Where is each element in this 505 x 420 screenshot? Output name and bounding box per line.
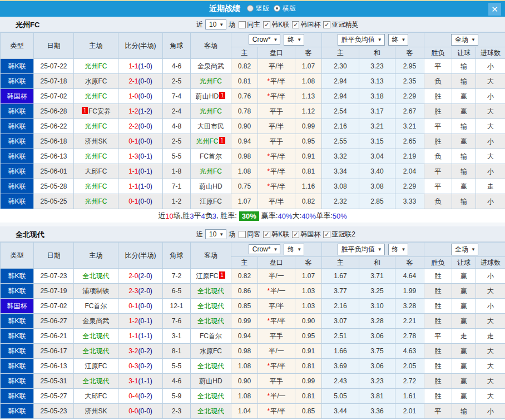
team-label: 光州FC — [85, 152, 107, 160]
bookmaker-select[interactable]: Crow*▼ — [249, 34, 281, 45]
summary-segment: 近 — [158, 211, 165, 221]
column-header-sub: 胜负 — [424, 257, 452, 269]
away-team: 蔚山HD — [191, 374, 231, 389]
corner-count: 3-1 — [163, 329, 191, 344]
goals-outcome: 大 — [476, 359, 505, 374]
team-label: FC首尔 — [200, 152, 222, 160]
rank-badge: 1 — [219, 137, 225, 144]
match-count-select[interactable]: 10▼ — [205, 19, 226, 29]
asian-home-odds: 0.82 — [231, 59, 258, 74]
scope-select[interactable]: 全场▼ — [451, 244, 478, 255]
euro-draw-odds: 3.75 — [359, 344, 395, 359]
league-type-badge: 韩K联 — [1, 374, 34, 389]
euro-away-odds: 3.21 — [395, 119, 424, 134]
home-team: 江原FC — [74, 359, 118, 374]
handicap-outcome: 输 — [452, 149, 476, 164]
match-row: 韩K联25-06-22光州FC2-2(0-0)4-8大田市民0.90平/半0.9… — [1, 119, 505, 134]
euro-away-odds: 2.35 — [395, 74, 424, 89]
checkbox-label: 同主 — [247, 20, 260, 29]
euro-away-odds: 2.04 — [395, 164, 424, 179]
column-header-main: 角球 — [163, 33, 191, 59]
scope-select[interactable]: 全场▼ — [451, 34, 478, 46]
match-score: 2-2(0-0) — [118, 119, 163, 134]
asian-away-odds: 1.03 — [295, 284, 322, 299]
layout-radio-horizontal[interactable]: 横版 — [274, 4, 296, 13]
match-row: 韩K联25-05-25光州FC0-1(0-0)1-2江原FC1.07平/半0.8… — [1, 194, 505, 209]
result-outcome: 平 — [424, 119, 452, 134]
asian-away-odds: 0.90 — [295, 314, 322, 329]
match-score: 3-2(0-2) — [118, 344, 163, 359]
close-button[interactable]: ✕ — [488, 3, 501, 16]
goals-outcome: 大 — [476, 149, 505, 164]
asian-period-select[interactable]: 终▼ — [284, 34, 304, 46]
result-outcome: 平 — [424, 164, 452, 179]
euro-home-odds: 3.32 — [322, 149, 359, 164]
bookmaker-select[interactable]: Crow*▼ — [249, 244, 281, 254]
euro-away-odds: 3.28 — [395, 299, 424, 314]
asian-away-odds: 1.03 — [295, 299, 322, 314]
league-filter-checkbox[interactable]: ✓韩国杯 — [292, 20, 320, 29]
euro-metric-select[interactable]: 胜平负均值▼ — [338, 244, 385, 255]
goals-outcome: 大 — [476, 119, 505, 134]
handicap-outcome: 赢 — [452, 269, 476, 284]
checkbox-checked-icon: ✓ — [323, 21, 330, 28]
league-filter-checkbox[interactable]: ✓亚冠精英 — [323, 20, 358, 29]
result-outcome: 平 — [424, 404, 452, 419]
home-team: 大邱FC — [74, 389, 118, 404]
home-team: 光州FC — [74, 119, 118, 134]
column-header-main: 类型 — [1, 33, 34, 59]
euro-draw-odds: 2.85 — [359, 194, 395, 209]
asian-home-odds: 1.08 — [231, 164, 258, 179]
league-filter-checkbox[interactable]: ✓亚冠联2 — [323, 230, 355, 239]
euro-period-select[interactable]: 终▼ — [388, 34, 409, 46]
asian-home-odds: 0.82 — [231, 269, 258, 284]
handicap-outcome: 赢 — [452, 299, 476, 314]
euro-metric-select[interactable]: 胜平负均值▼ — [338, 34, 385, 46]
result-outcome: 胜 — [424, 104, 452, 119]
league-filter-checkbox[interactable]: ✓韩国杯 — [292, 230, 320, 239]
asian-period-select[interactable]: 终▼ — [284, 244, 304, 255]
home-team: 金泉尚武 — [74, 314, 118, 329]
team-label: 济州SK — [85, 137, 107, 145]
corner-count: 2-5 — [163, 134, 191, 149]
handicap-line: 平/半 — [258, 299, 295, 314]
result-outcome: 负 — [424, 74, 452, 89]
column-header-sub: 客 — [395, 257, 424, 269]
euro-away-odds: 2.21 — [395, 314, 424, 329]
team-label: 大邱FC — [85, 392, 107, 400]
asian-home-odds: 0.81 — [231, 74, 258, 89]
select-value: 胜平负均值 — [341, 35, 375, 45]
team-label: 蔚山HD — [196, 92, 219, 100]
league-filter-checkbox[interactable]: ✓韩K联 — [263, 20, 289, 29]
goals-outcome: 大 — [476, 314, 505, 329]
league-type-badge: 韩K联 — [1, 59, 34, 74]
match-score: 0-3(0-2) — [118, 359, 163, 374]
same-venue-checkbox[interactable]: ✓同客 — [239, 230, 260, 239]
goals-outcome: 小 — [476, 404, 505, 419]
summary-segment: 50% — [333, 212, 347, 220]
team-name: 光州FC — [16, 20, 39, 30]
layout-radio-vertical[interactable]: 竖版 — [247, 4, 269, 13]
handicap-outcome: 输 — [452, 119, 476, 134]
euro-draw-odds: 3.04 — [359, 149, 395, 164]
result-outcome: 胜 — [424, 89, 452, 104]
asian-home-odds: 0.94 — [231, 329, 258, 344]
rank-badge: 1 — [219, 92, 225, 99]
match-date: 25-06-21 — [34, 329, 74, 344]
match-row: 韩K联25-06-17全北现代3-2(0-2)8-1水原FC0.98半/一0.9… — [1, 344, 505, 359]
moved-line-star: * — [267, 407, 270, 415]
team-label: 大田市民 — [197, 122, 224, 130]
match-count-select[interactable]: 10▼ — [205, 229, 226, 239]
league-filter-checkbox[interactable]: ✓韩K联 — [263, 230, 289, 239]
same-venue-checkbox[interactable]: ✓同主 — [239, 20, 260, 29]
goals-outcome: 大 — [476, 104, 505, 119]
handicap-outcome: 赢 — [452, 284, 476, 299]
match-date: 25-07-22 — [34, 59, 74, 74]
euro-period-select[interactable]: 终▼ — [388, 244, 409, 255]
checkbox-label: 韩国杯 — [300, 230, 320, 239]
goals-outcome: 小 — [476, 89, 505, 104]
select-value: 胜平负均值 — [341, 245, 375, 254]
asian-away-odds: 0.99 — [295, 119, 322, 134]
away-team: FC首尔 — [191, 149, 231, 164]
chevron-down-icon: ▼ — [471, 37, 476, 42]
